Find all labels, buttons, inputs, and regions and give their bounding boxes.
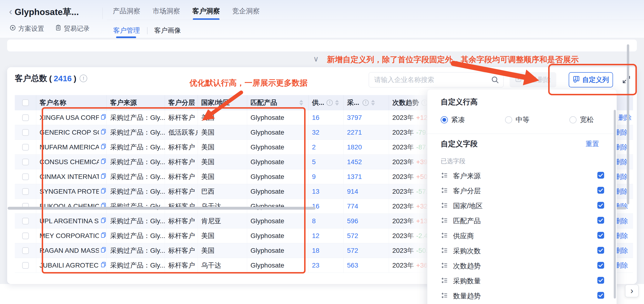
quick-link-plan-settings[interactable]: 方案设置	[10, 24, 44, 33]
copy-icon[interactable]	[100, 217, 106, 225]
field-checkbox[interactable]	[597, 262, 604, 270]
row-checkbox[interactable]	[15, 243, 36, 258]
purchases-count-link[interactable]: 3797	[347, 114, 362, 122]
field-checkbox[interactable]	[597, 216, 604, 225]
delete-link[interactable]: 删除	[617, 261, 628, 270]
bulk-delete-button[interactable]: 批量删除	[510, 72, 556, 88]
copy-icon[interactable]	[100, 261, 106, 269]
suppliers-count-link[interactable]: 16	[312, 114, 320, 122]
row-checkbox[interactable]	[15, 110, 36, 125]
row-checkbox[interactable]	[15, 258, 36, 272]
row-height-option[interactable]: 中等	[505, 115, 529, 124]
drag-handle-icon[interactable]	[441, 187, 448, 195]
delete-link[interactable]: 删除	[617, 158, 628, 166]
row-checkbox[interactable]	[15, 214, 36, 228]
row-checkbox[interactable]	[15, 199, 36, 214]
suppliers-count-link[interactable]: 18	[312, 247, 320, 254]
purchases-count-link[interactable]: 572	[347, 247, 358, 254]
panel-scrollbar[interactable]	[614, 110, 616, 298]
delete-link[interactable]: 删除	[617, 143, 628, 152]
copy-icon[interactable]	[100, 188, 106, 195]
sort-icon[interactable]	[335, 100, 339, 106]
purchases-count-link[interactable]: 774	[347, 202, 358, 210]
tab-item[interactable]: 竞企洞察	[232, 4, 260, 20]
info-icon[interactable]: !	[80, 74, 87, 82]
row-checkbox[interactable]	[15, 125, 36, 140]
drag-handle-icon[interactable]	[441, 292, 448, 300]
copy-icon[interactable]	[100, 143, 106, 151]
purchases-count-link[interactable]: 572	[347, 232, 358, 240]
purchases-count-link[interactable]: 563	[347, 262, 358, 269]
select-all-checkbox[interactable]	[15, 95, 36, 110]
suppliers-count-link[interactable]: 23	[312, 262, 320, 269]
row-checkbox[interactable]	[15, 184, 36, 199]
field-checkbox[interactable]	[597, 172, 604, 180]
drag-handle-icon[interactable]	[441, 262, 448, 270]
purchases-count-link[interactable]: 1371	[347, 173, 362, 180]
subtab-item[interactable]: 客户管理	[113, 26, 140, 38]
row-checkbox[interactable]	[15, 228, 36, 243]
info-icon[interactable]: !	[326, 100, 333, 106]
row-checkbox[interactable]	[15, 154, 36, 169]
subtab-item[interactable]: 客户画像	[147, 26, 182, 38]
row-height-option[interactable]: 紧凑	[441, 115, 465, 124]
delete-link[interactable]: 删除	[617, 246, 628, 255]
purchases-count-link[interactable]: 2271	[347, 129, 362, 136]
delete-link[interactable]: 删除	[618, 113, 632, 122]
suppliers-count-link[interactable]: 9	[312, 173, 316, 180]
field-checkbox[interactable]	[597, 246, 604, 255]
purchases-count-link[interactable]: 596	[347, 217, 358, 225]
tab-item[interactable]: 产品洞察	[113, 4, 140, 20]
drag-handle-icon[interactable]	[441, 172, 448, 180]
delete-link[interactable]: 删除	[617, 231, 628, 240]
delete-link[interactable]: 删除	[617, 187, 628, 196]
delete-link[interactable]: 删除	[617, 128, 628, 137]
customize-columns-button[interactable]: 自定义列	[569, 72, 613, 88]
drag-handle-icon[interactable]	[441, 232, 448, 240]
tab-item[interactable]: 客户洞察	[192, 4, 220, 20]
fullscreen-expand-icon[interactable]	[622, 75, 631, 84]
suppliers-count-link[interactable]: 5	[312, 158, 316, 166]
info-icon[interactable]: !	[362, 100, 369, 106]
drag-handle-icon[interactable]	[441, 202, 448, 210]
sort-icon[interactable]	[371, 100, 375, 106]
field-checkbox[interactable]	[597, 202, 604, 210]
tab-item[interactable]: 市场洞察	[152, 4, 180, 20]
delete-link[interactable]: 删除	[617, 216, 628, 226]
copy-icon[interactable]	[100, 173, 106, 180]
suppliers-count-link[interactable]: 12	[312, 232, 320, 240]
copy-icon[interactable]	[100, 158, 106, 166]
copy-icon[interactable]	[100, 114, 106, 122]
field-checkbox[interactable]	[597, 232, 604, 240]
suppliers-count-link[interactable]: 8	[312, 217, 316, 225]
search-icon[interactable]	[491, 76, 499, 85]
row-checkbox[interactable]	[15, 140, 36, 154]
purchases-count-link[interactable]: 914	[347, 188, 358, 195]
drag-handle-icon[interactable]	[441, 277, 448, 285]
horizontal-scrollbar[interactable]	[8, 207, 316, 210]
field-checkbox[interactable]	[597, 186, 604, 195]
next-page-button[interactable]: ›	[625, 284, 639, 297]
row-checkbox[interactable]	[15, 170, 36, 184]
copy-icon[interactable]	[100, 128, 106, 136]
purchases-count-link[interactable]: 1452	[347, 158, 362, 166]
quick-link-trade-records[interactable]: 贸易记录	[55, 24, 90, 33]
reset-link[interactable]: 重置	[586, 139, 599, 148]
row-height-option[interactable]: 宽松	[570, 115, 594, 124]
suppliers-count-link[interactable]: 13	[312, 188, 320, 195]
drag-handle-icon[interactable]	[441, 217, 448, 225]
copy-icon[interactable]	[100, 232, 106, 240]
back-icon[interactable]: ‹	[9, 6, 12, 17]
field-checkbox[interactable]	[597, 292, 604, 300]
sort-icon[interactable]	[299, 100, 303, 106]
vertical-scrollbar[interactable]	[627, 44, 629, 204]
field-checkbox[interactable]	[597, 276, 604, 285]
suppliers-count-link[interactable]: 32	[312, 129, 320, 136]
purchases-count-link[interactable]: 1820	[347, 144, 362, 151]
drag-handle-icon[interactable]	[441, 247, 448, 255]
info-icon[interactable]: !	[422, 100, 428, 106]
suppliers-count-link[interactable]: 2	[312, 144, 316, 151]
search-input[interactable]	[374, 72, 488, 87]
copy-icon[interactable]	[100, 246, 106, 254]
delete-link[interactable]: 删除	[617, 172, 628, 181]
